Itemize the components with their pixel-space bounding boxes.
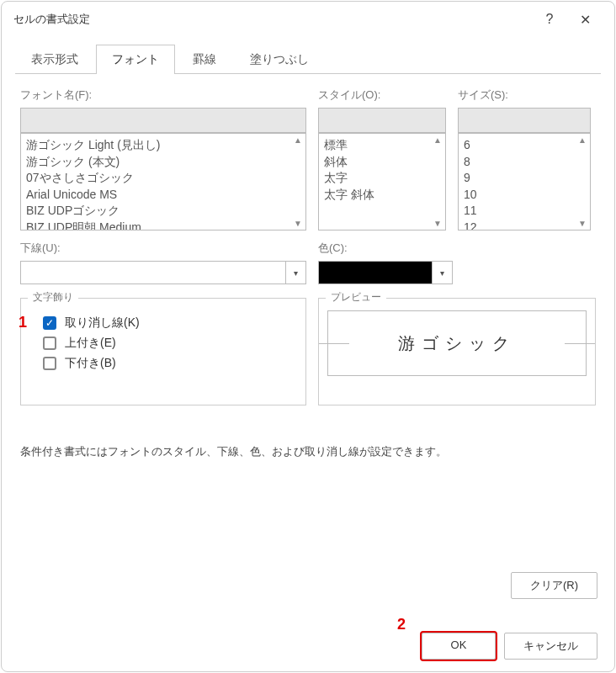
strikethrough-checkbox[interactable]: ✓ bbox=[43, 316, 56, 330]
tabstrip: 表示形式 フォント 罫線 塗りつぶし bbox=[15, 44, 601, 74]
subscript-checkbox[interactable] bbox=[43, 357, 56, 370]
list-item[interactable]: 斜体 bbox=[324, 154, 440, 171]
list-item[interactable]: 太字 bbox=[324, 170, 440, 187]
list-item[interactable]: 9 bbox=[464, 170, 585, 187]
font-style-input[interactable] bbox=[318, 108, 446, 133]
font-style-list[interactable]: 標準 斜体 太字 太字 斜体 ▲▼ bbox=[318, 133, 446, 231]
clear-button[interactable]: クリア(R) bbox=[511, 572, 597, 599]
preview-legend: プレビュー bbox=[326, 290, 386, 305]
cancel-button[interactable]: キャンセル bbox=[504, 633, 597, 660]
list-item[interactable]: 10 bbox=[464, 187, 585, 204]
scrollbar[interactable]: ▲▼ bbox=[432, 135, 443, 228]
preview-text: 游ゴシック bbox=[398, 332, 516, 355]
superscript-checkbox[interactable] bbox=[43, 336, 56, 350]
list-item[interactable]: 6 bbox=[464, 137, 585, 154]
tab-border[interactable]: 罫線 bbox=[177, 45, 232, 74]
scrollbar[interactable]: ▲▼ bbox=[576, 135, 588, 228]
color-combo[interactable]: ▾ bbox=[318, 261, 453, 284]
underline-combo[interactable]: ▾ bbox=[20, 261, 306, 284]
list-item[interactable]: BIZ UDP明朝 Medium bbox=[26, 220, 300, 231]
underline-label: 下線(U): bbox=[20, 241, 306, 256]
tab-font[interactable]: フォント bbox=[96, 45, 175, 74]
font-style-label: スタイル(O): bbox=[318, 87, 446, 103]
font-name-label: フォント名(F): bbox=[20, 87, 306, 103]
list-item[interactable]: 11 bbox=[464, 203, 585, 220]
preview-box: 游ゴシック bbox=[327, 310, 587, 376]
list-item[interactable]: 標準 bbox=[324, 137, 440, 154]
strikethrough-label: 取り消し線(K) bbox=[65, 315, 140, 331]
font-size-input[interactable] bbox=[458, 108, 591, 133]
help-button[interactable]: ? bbox=[532, 2, 567, 37]
conditional-note: 条件付き書式にはフォントのスタイル、下線、色、および取り消し線が設定できます。 bbox=[20, 444, 596, 459]
chevron-down-icon[interactable]: ▾ bbox=[433, 261, 453, 284]
list-item[interactable]: 游ゴシック Light (見出し) bbox=[26, 137, 300, 154]
chevron-down-icon[interactable]: ▾ bbox=[286, 261, 306, 284]
font-size-list[interactable]: 6 8 9 10 11 12 ▲▼ bbox=[458, 133, 591, 231]
list-item[interactable]: BIZ UDPゴシック bbox=[26, 203, 300, 220]
close-button[interactable]: ✕ bbox=[567, 2, 603, 37]
ok-button[interactable]: OK bbox=[422, 633, 496, 660]
list-item[interactable]: Arial Unicode MS bbox=[26, 187, 300, 204]
list-item[interactable]: 游ゴシック (本文) bbox=[26, 154, 300, 171]
list-item[interactable]: 8 bbox=[464, 154, 585, 171]
tab-format[interactable]: 表示形式 bbox=[15, 45, 94, 74]
dialog-title: セルの書式設定 bbox=[13, 12, 532, 27]
list-item[interactable]: 太字 斜体 bbox=[324, 187, 440, 204]
list-item[interactable]: 12 bbox=[464, 220, 585, 231]
subscript-label: 下付き(B) bbox=[65, 356, 116, 371]
callout-2: 2 bbox=[397, 616, 406, 633]
font-size-label: サイズ(S): bbox=[458, 87, 591, 103]
font-name-list[interactable]: 游ゴシック Light (見出し) 游ゴシック (本文) 07やさしさゴシック … bbox=[20, 133, 306, 231]
effects-legend: 文字飾り bbox=[28, 290, 78, 305]
tab-fill[interactable]: 塗りつぶし bbox=[234, 45, 325, 74]
list-item[interactable]: 07やさしさゴシック bbox=[26, 170, 300, 187]
color-label: 色(C): bbox=[318, 241, 453, 256]
callout-1: 1 bbox=[19, 314, 27, 331]
superscript-label: 上付き(E) bbox=[65, 336, 116, 351]
scrollbar[interactable]: ▲▼ bbox=[292, 135, 304, 228]
font-name-input[interactable] bbox=[20, 108, 306, 133]
